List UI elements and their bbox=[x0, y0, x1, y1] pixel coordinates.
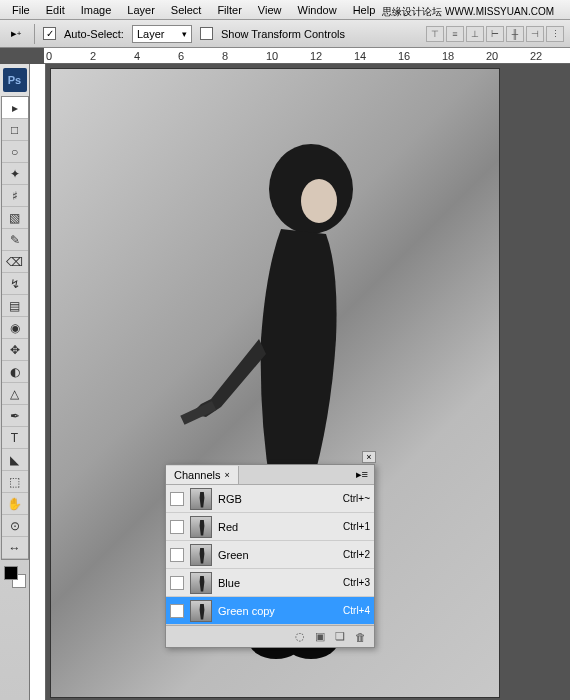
hand-tool[interactable]: ✋ bbox=[2, 493, 28, 515]
slice-tool[interactable]: ▧ bbox=[2, 207, 28, 229]
stamp-tool[interactable]: ⌫ bbox=[2, 251, 28, 273]
ruler-vertical bbox=[30, 64, 46, 700]
auto-select-label: Auto-Select: bbox=[64, 28, 124, 40]
channel-name: RGB bbox=[218, 493, 337, 505]
channel-row-red[interactable]: RedCtrl+1 bbox=[166, 513, 374, 541]
watermark-text: 思缘设计论坛 WWW.MISSYUAN.COM bbox=[374, 3, 562, 21]
menu-layer[interactable]: Layer bbox=[119, 2, 163, 18]
distribute-icon[interactable]: ⋮ bbox=[546, 26, 564, 42]
menu-bar: File Edit Image Layer Select Filter View… bbox=[0, 0, 570, 20]
menu-select[interactable]: Select bbox=[163, 2, 210, 18]
menu-view[interactable]: View bbox=[250, 2, 290, 18]
channel-row-green-copy[interactable]: 👁Green copyCtrl+4 bbox=[166, 597, 374, 625]
align-vcenter-icon[interactable]: ≡ bbox=[446, 26, 464, 42]
panel-menu-button[interactable]: ▸≡ bbox=[350, 468, 374, 481]
zoom-tool[interactable]: ⊙ bbox=[2, 515, 28, 537]
channel-thumbnail bbox=[190, 544, 212, 566]
menu-edit[interactable]: Edit bbox=[38, 2, 73, 18]
ruler-horizontal: 0 2 4 6 8 10 12 14 16 18 20 22 bbox=[44, 48, 570, 64]
wand-tool[interactable]: ✦ bbox=[2, 163, 28, 185]
visibility-toggle[interactable] bbox=[170, 548, 184, 562]
channel-row-rgb[interactable]: RGBCtrl+~ bbox=[166, 485, 374, 513]
panel-tabs: Channels× ▸≡ bbox=[166, 465, 374, 485]
panel-close-button[interactable]: × bbox=[362, 451, 376, 463]
text-tool[interactable]: ✒ bbox=[2, 405, 28, 427]
gradient-tool[interactable]: ◉ bbox=[2, 317, 28, 339]
pen-tool[interactable]: △ bbox=[2, 383, 28, 405]
new-channel-icon[interactable]: ❏ bbox=[335, 630, 345, 643]
align-top-icon[interactable]: ⊤ bbox=[426, 26, 444, 42]
channels-panel: × Channels× ▸≡ RGBCtrl+~RedCtrl+1GreenCt… bbox=[165, 464, 375, 648]
channel-shortcut: Ctrl+3 bbox=[343, 577, 370, 588]
align-buttons: ⊤ ≡ ⊥ ⊢ ╫ ⊣ ⋮ bbox=[426, 26, 564, 42]
eye-icon: 👁 bbox=[172, 605, 183, 617]
options-bar: ▸+ Auto-Select: Layer Show Transform Con… bbox=[0, 20, 570, 48]
delete-channel-icon[interactable]: 🗑 bbox=[355, 631, 366, 643]
color-swatches[interactable] bbox=[4, 566, 26, 588]
channel-shortcut: Ctrl+4 bbox=[343, 605, 370, 616]
auto-select-checkbox[interactable] bbox=[43, 27, 56, 40]
channel-name: Green bbox=[218, 549, 337, 561]
visibility-toggle[interactable]: 👁 bbox=[170, 604, 184, 618]
visibility-toggle[interactable] bbox=[170, 520, 184, 534]
panel-footer: ◌ ▣ ❏ 🗑 bbox=[166, 625, 374, 647]
lasso-tool[interactable]: ○ bbox=[2, 141, 28, 163]
align-bottom-icon[interactable]: ⊥ bbox=[466, 26, 484, 42]
left-sidebar: Ps ▸ □ ○ ✦ ♯ ▧ ✎ ⌫ ↯ ▤ ◉ ✥ ◐ △ ✒ T ◣ ⬚ ✋… bbox=[0, 64, 30, 700]
load-selection-icon[interactable]: ◌ bbox=[295, 630, 305, 643]
channel-row-blue[interactable]: BlueCtrl+3 bbox=[166, 569, 374, 597]
move-tool-icon[interactable]: ▸+ bbox=[6, 25, 26, 43]
menu-file[interactable]: File bbox=[4, 2, 38, 18]
blur-tool[interactable]: ✥ bbox=[2, 339, 28, 361]
channel-thumbnail bbox=[190, 516, 212, 538]
save-selection-icon[interactable]: ▣ bbox=[315, 630, 325, 643]
show-transform-checkbox[interactable] bbox=[200, 27, 213, 40]
foreground-swatch[interactable] bbox=[4, 566, 18, 580]
channel-name: Blue bbox=[218, 577, 337, 589]
switch-tool[interactable]: ↔ bbox=[2, 537, 28, 559]
history-brush-tool[interactable]: ↯ bbox=[2, 273, 28, 295]
brush-tool[interactable]: ✎ bbox=[2, 229, 28, 251]
path-tool[interactable]: T bbox=[2, 427, 28, 449]
eraser-tool[interactable]: ▤ bbox=[2, 295, 28, 317]
marquee-tool[interactable]: □ bbox=[2, 119, 28, 141]
channel-row-green[interactable]: GreenCtrl+2 bbox=[166, 541, 374, 569]
channel-shortcut: Ctrl+2 bbox=[343, 549, 370, 560]
visibility-toggle[interactable] bbox=[170, 492, 184, 506]
show-transform-label: Show Transform Controls bbox=[221, 28, 345, 40]
menu-filter[interactable]: Filter bbox=[209, 2, 249, 18]
channel-name: Green copy bbox=[218, 605, 337, 617]
move-tool[interactable]: ▸ bbox=[2, 97, 28, 119]
channel-thumbnail bbox=[190, 600, 212, 622]
menu-image[interactable]: Image bbox=[73, 2, 120, 18]
channel-shortcut: Ctrl+~ bbox=[343, 493, 370, 504]
channels-tab[interactable]: Channels× bbox=[166, 466, 239, 484]
tab-close-icon[interactable]: × bbox=[224, 470, 229, 480]
canvas-area: × Channels× ▸≡ RGBCtrl+~RedCtrl+1GreenCt… bbox=[30, 64, 570, 700]
channel-thumbnail bbox=[190, 488, 212, 510]
toolbox: ▸ □ ○ ✦ ♯ ▧ ✎ ⌫ ↯ ▤ ◉ ✥ ◐ △ ✒ T ◣ ⬚ ✋ ⊙ … bbox=[1, 96, 29, 560]
channel-shortcut: Ctrl+1 bbox=[343, 521, 370, 532]
auto-select-dropdown[interactable]: Layer bbox=[132, 25, 192, 43]
svg-point-1 bbox=[301, 179, 337, 223]
dodge-tool[interactable]: ◐ bbox=[2, 361, 28, 383]
ps-logo-icon[interactable]: Ps bbox=[3, 68, 27, 92]
shape-tool[interactable]: ◣ bbox=[2, 449, 28, 471]
notes-tool[interactable]: ⬚ bbox=[2, 471, 28, 493]
channel-thumbnail bbox=[190, 572, 212, 594]
align-right-icon[interactable]: ⊣ bbox=[526, 26, 544, 42]
crop-tool[interactable]: ♯ bbox=[2, 185, 28, 207]
channel-name: Red bbox=[218, 521, 337, 533]
menu-window[interactable]: Window bbox=[290, 2, 345, 18]
align-left-icon[interactable]: ⊢ bbox=[486, 26, 504, 42]
align-hcenter-icon[interactable]: ╫ bbox=[506, 26, 524, 42]
visibility-toggle[interactable] bbox=[170, 576, 184, 590]
